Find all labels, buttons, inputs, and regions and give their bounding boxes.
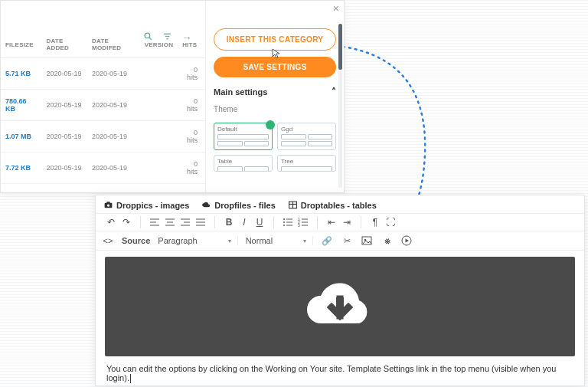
image-icon[interactable] [361, 234, 373, 247]
cell-added: 2020-05-19 [41, 58, 87, 90]
theme-name: Default [217, 126, 269, 133]
svg-point-24 [283, 218, 285, 220]
col-date-added[interactable]: DATE ADDED [41, 31, 87, 58]
settings-panel: INSERT THIS CATEGORY SAVE SETTINGS Main … [205, 1, 344, 192]
hero-download-block[interactable] [105, 257, 575, 356]
svg-marker-39 [406, 239, 410, 243]
editor-text[interactable]: You can edit the options by clicking on … [105, 356, 575, 383]
main-settings-label: Main settings [214, 87, 267, 97]
insert-category-button[interactable]: INSERT THIS CATEGORY [214, 28, 336, 51]
theme-grid: Default Ggd Table Tree [214, 123, 336, 172]
table-row[interactable]: 5.71 KB 2020-05-19 2020-05-19 0 hits [1, 58, 205, 90]
align-center-icon[interactable] [164, 216, 176, 228]
paragraph-icon[interactable]: ¶ [369, 216, 381, 228]
align-left-icon[interactable] [149, 216, 161, 228]
theme-default[interactable]: Default [214, 123, 273, 150]
search-icon[interactable] [143, 31, 153, 44]
file-list: FILESIZE DATE ADDED DATE MODIFED VERSION… [1, 1, 205, 192]
unlink-icon[interactable]: ✂ [341, 234, 353, 247]
undo-icon[interactable]: ↶ [105, 216, 117, 228]
check-icon [266, 120, 275, 130]
scrollbar[interactable] [338, 24, 342, 188]
underline-icon[interactable]: U [253, 216, 266, 228]
col-filesize[interactable]: FILESIZE [1, 31, 41, 58]
editor-plugin-tabs: Droppics - images Dropfiles - files Drop… [96, 195, 584, 213]
tab-droppics[interactable]: Droppics - images [103, 200, 189, 210]
cell-size: 7.72 KB [1, 153, 41, 184]
table-icon [288, 200, 298, 210]
cursor-icon [272, 48, 281, 61]
cell-size: 5.71 KB [1, 58, 41, 90]
tab-label: Dropfiles - files [214, 201, 275, 210]
svg-rect-8 [106, 202, 109, 203]
table-row[interactable]: 780.66 KB 2020-05-19 2020-05-19 0 hits [1, 90, 205, 121]
cell-added: 2020-05-19 [41, 153, 87, 184]
fontset-value: Normal [246, 236, 273, 245]
bullet-list-icon[interactable] [282, 216, 294, 228]
cell-version [140, 153, 178, 184]
table-row[interactable]: 1.07 MB 2020-05-19 2020-05-19 0 hits [1, 121, 205, 153]
format-value: Paragraph [158, 236, 197, 245]
tab-label: Droptables - tables [301, 201, 377, 210]
cell-modified: 2020-05-19 [87, 90, 140, 121]
insert-icon[interactable]: ⨳ [381, 234, 393, 247]
media-icon[interactable] [400, 234, 413, 247]
italic-icon[interactable]: I [238, 216, 250, 228]
cell-version [140, 121, 178, 153]
col-date-modified[interactable]: DATE MODIFED [87, 31, 140, 58]
theme-label: Theme [214, 105, 336, 113]
svg-text:3: 3 [298, 223, 300, 228]
align-justify-icon[interactable] [194, 216, 207, 228]
insert-category-label: INSERT THIS CATEGORY [227, 35, 324, 44]
cell-added: 2020-05-19 [41, 90, 87, 121]
svg-line-2 [149, 38, 152, 40]
theme-name: Table [217, 158, 269, 165]
cell-modified: 2020-05-19 [87, 121, 140, 153]
editor-panel: Droppics - images Dropfiles - files Drop… [95, 195, 585, 386]
editor-text-content: You can edit the options by clicking on … [106, 364, 556, 382]
bold-icon[interactable]: B [223, 216, 235, 228]
cell-hits: 0 hits [178, 153, 205, 184]
theme-tree[interactable]: Tree [277, 155, 336, 172]
indent-icon[interactable]: ⇥ [341, 216, 353, 228]
cell-modified: 2020-05-19 [87, 58, 140, 90]
source-label[interactable]: Source [122, 236, 150, 245]
editor-toolbar-2: <> Source Paragraph▾ Normal▾ 🔗 ✂ ⨳ [96, 231, 584, 251]
tab-droptables[interactable]: Droptables - tables [288, 200, 377, 210]
filter-icon[interactable] [162, 31, 172, 44]
cell-version [140, 58, 178, 90]
source-icon[interactable]: <> [102, 234, 114, 247]
theme-ggd[interactable]: Ggd [277, 123, 336, 150]
cell-hits: 0 hits [178, 58, 205, 90]
cell-size: 780.66 KB [1, 90, 41, 121]
editor-body[interactable]: You can edit the options by clicking on … [96, 251, 584, 387]
cell-hits: 0 hits [178, 90, 205, 121]
redo-icon[interactable]: ↷ [120, 216, 132, 228]
number-list-icon[interactable]: 123 [297, 216, 309, 228]
cell-version [140, 90, 178, 121]
cell-hits: 0 hits [178, 121, 205, 153]
text-caret [130, 374, 131, 383]
theme-table[interactable]: Table [214, 155, 273, 172]
list-toolbar: → [143, 31, 192, 44]
svg-point-28 [283, 225, 285, 226]
svg-point-1 [145, 33, 150, 38]
align-right-icon[interactable] [179, 216, 191, 228]
format-select[interactable]: Paragraph▾ [158, 236, 237, 245]
table-row[interactable]: 7.72 KB 2020-05-19 2020-05-19 0 hits [1, 153, 205, 184]
tab-dropfiles[interactable]: Dropfiles - files [201, 200, 275, 210]
svg-point-26 [283, 221, 285, 223]
category-panel: × → FILESIZE DATE ADDED DATE MODIFED VER… [0, 0, 345, 193]
fullscreen-icon[interactable]: ⛶ [384, 216, 397, 228]
tab-label: Droppics - images [116, 201, 189, 210]
file-table: FILESIZE DATE ADDED DATE MODIFED VERSION… [1, 31, 205, 184]
main-settings-header[interactable]: Main settings ˄ [214, 87, 336, 97]
outdent-icon[interactable]: ⇤ [325, 216, 338, 228]
link-icon[interactable]: 🔗 [321, 234, 333, 247]
editor-toolbar-1: ↶ ↷ B I U 123 ⇤ ⇥ ¶ ⛶ [96, 213, 584, 231]
cell-added: 2020-05-19 [41, 121, 87, 153]
fontset-select[interactable]: Normal▾ [246, 236, 313, 245]
theme-name: Ggd [281, 126, 332, 133]
arrow-right-icon[interactable]: → [181, 31, 192, 44]
chevron-up-icon: ˄ [332, 87, 336, 97]
